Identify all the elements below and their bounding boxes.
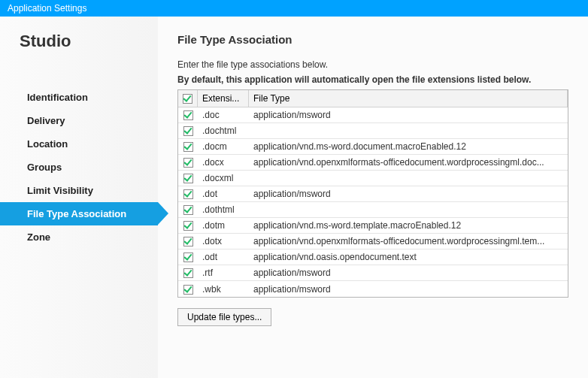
row-checkbox[interactable] <box>183 237 193 246</box>
row-filetype: application/vnd.ms-word.document.macroEn… <box>249 141 568 152</box>
update-file-types-button[interactable]: Update file types... <box>177 308 271 326</box>
table-header: Extensi... File Type <box>178 90 568 107</box>
table-row[interactable]: .dotmapplication/vnd.ms-word.template.ma… <box>178 218 568 234</box>
table-row[interactable]: .wbkapplication/msword <box>178 281 568 297</box>
sidebar-item-file-type-association[interactable]: File Type Association <box>0 202 158 225</box>
row-checkbox[interactable] <box>183 221 193 231</box>
row-extension: .dot <box>198 189 249 199</box>
table-row[interactable]: .dochtml <box>178 123 568 139</box>
row-checkbox-cell[interactable] <box>178 236 198 246</box>
row-extension: .wbk <box>198 284 249 295</box>
row-filetype: application/msword <box>249 284 568 295</box>
row-checkbox-cell[interactable] <box>178 173 198 183</box>
table-row[interactable]: .docapplication/msword <box>178 107 568 123</box>
row-filetype: application/msword <box>249 110 568 120</box>
row-checkbox-cell[interactable] <box>178 141 198 152</box>
row-checkbox-cell[interactable] <box>178 157 198 168</box>
row-checkbox-cell[interactable] <box>178 189 198 199</box>
row-filetype: application/vnd.oasis.opendocument.text <box>249 252 568 262</box>
row-extension: .doc <box>198 110 249 120</box>
sidebar-item-location[interactable]: Location <box>0 132 158 156</box>
row-filetype: application/vnd.openxmlformats-officedoc… <box>249 236 568 246</box>
sidebar-title: Studio <box>20 32 158 51</box>
table-row[interactable]: .docxapplication/vnd.openxmlformats-offi… <box>178 155 568 171</box>
table-row[interactable]: .dothtml <box>178 202 568 218</box>
intro-text-1: Enter the file type associations below. <box>177 59 574 70</box>
row-checkbox-cell[interactable] <box>178 284 198 295</box>
row-extension: .dochtml <box>198 125 249 136</box>
row-checkbox[interactable] <box>183 253 193 262</box>
table-row[interactable]: .dotapplication/msword <box>178 186 568 202</box>
row-extension: .dotm <box>198 220 249 231</box>
intro-text-2: By default, this application will automa… <box>177 74 574 85</box>
select-all-checkbox[interactable] <box>183 94 192 104</box>
row-filetype: application/vnd.openxmlformats-officedoc… <box>249 157 568 168</box>
table-row[interactable]: .rtfapplication/msword <box>178 265 568 281</box>
row-extension: .docx <box>198 157 249 168</box>
row-checkbox[interactable] <box>183 205 193 215</box>
row-extension: .odt <box>198 252 249 262</box>
row-filetype: application/msword <box>249 189 568 199</box>
row-checkbox[interactable] <box>183 268 193 278</box>
row-checkbox[interactable] <box>183 189 193 199</box>
table-row[interactable]: .dotxapplication/vnd.openxmlformats-offi… <box>178 234 568 249</box>
sidebar-item-identification[interactable]: Identification <box>0 86 158 109</box>
row-filetype: application/vnd.ms-word.template.macroEn… <box>249 220 568 231</box>
table-row[interactable]: .docxml <box>178 171 568 186</box>
file-type-table: Extensi... File Type .docapplication/msw… <box>177 89 568 298</box>
sidebar: Studio Identification Delivery Location … <box>0 17 158 378</box>
row-checkbox[interactable] <box>183 174 193 183</box>
header-extension[interactable]: Extensi... <box>198 90 249 107</box>
row-checkbox-cell[interactable] <box>178 125 198 136</box>
table-row[interactable]: .docmapplication/vnd.ms-word.document.ma… <box>178 139 568 155</box>
row-extension: .docxml <box>198 173 249 183</box>
header-checkbox-cell[interactable] <box>178 90 198 107</box>
row-checkbox[interactable] <box>183 142 193 152</box>
page-title: File Type Association <box>177 33 574 46</box>
sidebar-item-groups[interactable]: Groups <box>0 156 158 179</box>
row-checkbox-cell[interactable] <box>178 220 198 231</box>
header-filetype[interactable]: File Type <box>249 90 568 107</box>
row-extension: .dothtml <box>198 204 249 215</box>
row-extension: .docm <box>198 141 249 152</box>
sidebar-item-limit-visibility[interactable]: Limit Visibility <box>0 179 158 202</box>
row-checkbox[interactable] <box>183 110 193 120</box>
row-checkbox[interactable] <box>183 126 193 136</box>
row-checkbox[interactable] <box>183 158 193 168</box>
sidebar-item-delivery[interactable]: Delivery <box>0 109 158 132</box>
row-checkbox[interactable] <box>183 285 193 295</box>
row-extension: .rtf <box>198 268 249 278</box>
table-row[interactable]: .odtapplication/vnd.oasis.opendocument.t… <box>178 249 568 265</box>
window-titlebar: Application Settings <box>0 0 588 17</box>
row-checkbox-cell[interactable] <box>178 110 198 120</box>
main-panel: File Type Association Enter the file typ… <box>158 17 588 378</box>
row-filetype: application/msword <box>249 268 568 278</box>
row-checkbox-cell[interactable] <box>178 204 198 215</box>
row-checkbox-cell[interactable] <box>178 268 198 278</box>
row-extension: .dotx <box>198 236 249 246</box>
row-checkbox-cell[interactable] <box>178 252 198 262</box>
sidebar-item-zone[interactable]: Zone <box>0 225 158 249</box>
